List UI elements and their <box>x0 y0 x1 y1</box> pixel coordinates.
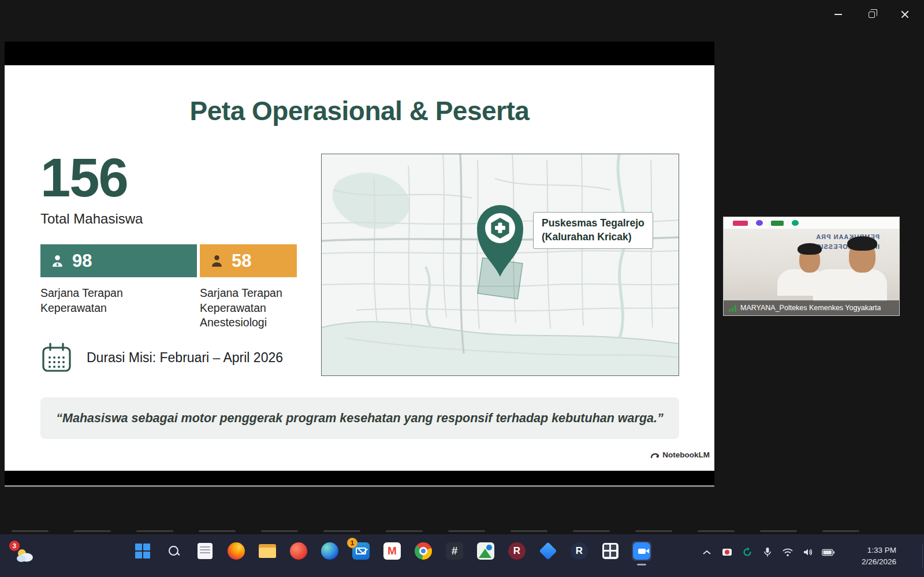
taskbar-item-r-app[interactable]: R <box>507 541 527 561</box>
restore-icon <box>869 12 875 18</box>
clock-time: 1:33 PM <box>850 545 896 556</box>
hash-app-icon: # <box>446 542 463 560</box>
background-window-edge <box>12 528 912 534</box>
calendar-icon <box>40 341 73 374</box>
search-icon <box>167 544 181 558</box>
taskbar: 3 1 M # R R <box>0 534 924 577</box>
desktop: Peta Operasional & Peserta 156 Total Mah… <box>0 0 924 577</box>
taskbar-item-zoom[interactable] <box>632 541 651 561</box>
chrome-icon <box>415 542 432 560</box>
widgets-button[interactable]: 3 <box>12 542 38 569</box>
firefox-icon <box>228 542 245 560</box>
operational-map: Puskesmas Tegalrejo (Kalurahan Kricak) <box>321 154 679 376</box>
taskbar-item-firefox[interactable] <box>226 541 246 561</box>
nurse-icon <box>50 253 65 269</box>
background-logo-strip <box>724 217 899 229</box>
mission-duration: Durasi Misi: Februari – April 2026 <box>40 341 283 374</box>
slide-letterbox-bottom <box>5 471 714 487</box>
taskbar-item-apps-grid[interactable] <box>601 541 620 561</box>
map-graphic <box>322 154 679 375</box>
taskbar-item-edge[interactable] <box>320 541 340 561</box>
file-explorer-icon <box>259 544 276 558</box>
gmail-icon: M <box>383 542 401 560</box>
slide-quote: “Mahasiswa sebagai motor penggerak progr… <box>40 397 679 439</box>
window-controls <box>825 5 918 24</box>
shared-screen-presentation: Peta Operasional & Peserta 156 Total Mah… <box>5 42 714 489</box>
map-location-line2: (Kalurahan Kricak) <box>542 230 653 244</box>
start-button[interactable] <box>133 541 152 561</box>
total-students-label: Total Mahasiswa <box>40 211 143 227</box>
stat-anesthesiology-label: Sarjana Terapan Keperawatan Anestesiolog… <box>200 277 292 330</box>
taskbar-item-gis-app[interactable] <box>476 541 495 561</box>
notepad-icon <box>198 543 213 559</box>
background-logo-icon <box>733 221 748 226</box>
close-button[interactable] <box>892 5 918 24</box>
gis-app-icon <box>477 542 494 560</box>
tray-wifi-icon[interactable] <box>781 546 794 559</box>
clock[interactable]: 1:33 PM 2/26/2026 <box>850 545 896 567</box>
slide-title: Peta Operasional & Peserta <box>5 95 714 126</box>
participant-video-tile[interactable]: PEMBUKAAN PRA INTERPROFESSION MARYANA_Po… <box>723 217 900 316</box>
apps-grid-icon <box>602 543 619 559</box>
taskbar-app-icons: 1 M # R R <box>133 541 651 561</box>
notebooklm-logo-icon <box>650 450 660 459</box>
taskbar-item-notepad[interactable] <box>195 541 215 561</box>
photos-icon <box>290 542 307 560</box>
stat-anesthesiology-value: 58 <box>232 251 251 271</box>
tray-microphone-icon[interactable] <box>761 546 774 559</box>
audio-signal-icon <box>729 304 736 312</box>
map-location-line1: Puskesmas Tegalrejo <box>542 217 653 230</box>
taskbar-item-hash-app[interactable]: # <box>445 541 464 561</box>
participant-name-bar: MARYANA_Poltekes Kemenkes Yogyakarta <box>724 300 899 315</box>
stat-nursing-value: 98 <box>72 251 92 271</box>
taskbar-item-paint[interactable] <box>538 541 558 561</box>
stat-nursing-label: Sarjana Terapan Keperawatan <box>40 277 170 315</box>
mail-badge: 1 <box>347 538 357 548</box>
stat-nursing-header: 98 <box>40 244 197 277</box>
background-logo-icon <box>792 220 799 226</box>
zoom-icon <box>633 542 650 560</box>
close-icon <box>901 10 909 18</box>
background-logo-icon <box>771 221 784 226</box>
participant-person-right <box>837 240 887 301</box>
r-app-2-icon: R <box>571 542 588 560</box>
r-app-icon: R <box>508 542 526 560</box>
edge-icon <box>321 542 338 560</box>
taskbar-item-photos[interactable] <box>289 541 308 561</box>
anesthetist-icon <box>209 253 225 269</box>
taskbar-item-gmail[interactable]: M <box>382 541 402 561</box>
widgets-badge: 3 <box>9 541 20 551</box>
stats-panel: 98 Sarjana Terapan Keperawatan 58 Sarjan… <box>40 244 297 330</box>
minimize-button[interactable] <box>825 5 851 24</box>
stat-nursing: 98 Sarjana Terapan Keperawatan <box>40 244 197 330</box>
participant-name: MARYANA_Poltekes Kemenkes Yogyakarta <box>740 304 881 312</box>
notebooklm-watermark: NotebookLM <box>650 450 710 459</box>
minimize-icon <box>834 14 842 15</box>
clock-date: 2/26/2026 <box>850 556 896 568</box>
tray-chevron-up-icon[interactable] <box>701 546 713 559</box>
mission-duration-text: Durasi Misi: Februari – April 2026 <box>87 350 283 366</box>
notebooklm-watermark-text: NotebookLM <box>662 451 710 459</box>
tray-sync-icon[interactable] <box>741 546 754 559</box>
windows-logo-icon <box>135 544 150 559</box>
stat-anesthesiology-header: 58 <box>200 244 297 277</box>
tray-battery-icon[interactable] <box>822 546 834 559</box>
total-students-value: 156 <box>40 151 128 205</box>
tray-recording-icon[interactable] <box>721 546 733 559</box>
taskbar-item-mail[interactable]: 1 <box>351 541 371 561</box>
taskbar-item-file-explorer[interactable] <box>258 541 277 561</box>
map-location-label: Puskesmas Tegalrejo (Kalurahan Kricak) <box>533 212 653 249</box>
system-tray <box>701 546 834 559</box>
taskbar-item-r-app-2[interactable]: R <box>569 541 589 561</box>
background-logo-icon <box>756 220 763 226</box>
taskbar-item-chrome[interactable] <box>413 541 433 561</box>
slide-letterbox-top <box>5 42 714 65</box>
search-button[interactable] <box>164 541 184 561</box>
stat-anesthesiology: 58 Sarjana Terapan Keperawatan Anestesio… <box>200 244 297 330</box>
tray-volume-icon[interactable] <box>802 546 814 559</box>
restore-button[interactable] <box>858 5 885 24</box>
paint-icon <box>539 542 557 560</box>
slide: Peta Operasional & Peserta 156 Total Mah… <box>5 65 714 471</box>
